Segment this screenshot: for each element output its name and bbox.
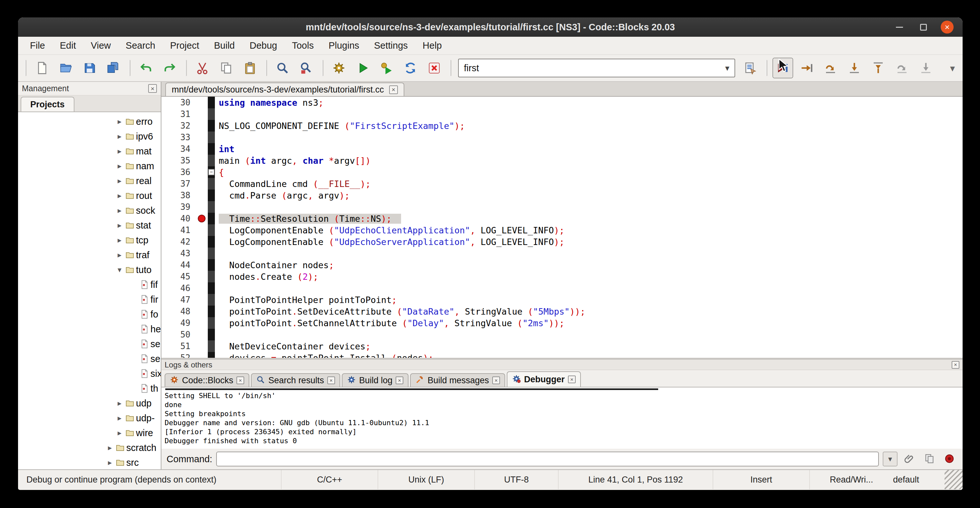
chevron-right-icon[interactable]: ▸ (115, 399, 124, 408)
save-all-button[interactable] (103, 58, 124, 78)
tab-projects[interactable]: Projects (21, 97, 75, 111)
chevron-right-icon[interactable]: ▸ (105, 458, 115, 467)
tree-item-se[interactable]: se (18, 336, 161, 351)
tree-item-fir[interactable]: fir (18, 292, 161, 307)
code-line[interactable]: 33 (161, 132, 963, 143)
debug-continue-button[interactable] (773, 58, 793, 78)
breakpoint-margin[interactable] (196, 155, 208, 166)
menu-item-tools[interactable]: Tools (285, 37, 321, 54)
code-text[interactable]: LogComponentEnable ("UdpEchoClientApplic… (215, 225, 963, 235)
breakpoint-margin[interactable] (196, 178, 208, 190)
chevron-right-icon[interactable]: ▸ (115, 236, 124, 245)
build-target-button[interactable] (740, 58, 760, 78)
chevron-right-icon[interactable]: ▸ (115, 176, 124, 185)
stop-button[interactable] (941, 451, 958, 467)
code-line[interactable]: 49 pointToPoint.SetChannelAttribute ("De… (161, 317, 963, 329)
breakpoint-margin[interactable] (196, 201, 208, 213)
close-icon[interactable]: × (389, 85, 398, 94)
chevron-right-icon[interactable]: ▸ (115, 132, 124, 141)
code-line[interactable]: 31 (161, 108, 963, 120)
breakpoint-margin[interactable] (196, 282, 208, 294)
tree-item-udp[interactable]: ▸udp (18, 396, 161, 411)
code-text[interactable]: { (215, 167, 963, 177)
tree-item-scratch[interactable]: ▸scratch (18, 440, 161, 455)
tree-item-he[interactable]: he (18, 322, 161, 336)
tree-item-tcp[interactable]: ▸tcp (18, 233, 161, 248)
maximize-button[interactable] (917, 21, 930, 33)
breakpoint-margin[interactable] (196, 97, 208, 108)
tree-item-tuto[interactable]: ▾tuto (18, 263, 161, 277)
code-text[interactable]: main (int argc, char *argv[]) (215, 156, 963, 166)
code-line[interactable]: 52 devices = pointToPoint.Install (nodes… (161, 352, 963, 358)
tree-item-udp[interactable]: ▸udp- (18, 411, 161, 425)
code-text[interactable]: CommandLine cmd (__FILE__); (215, 179, 963, 189)
command-history-dropdown[interactable]: ▾ (883, 452, 897, 467)
breakpoint-margin[interactable] (196, 317, 208, 329)
tree-item-sock[interactable]: ▸sock (18, 203, 161, 218)
find-button[interactable] (272, 58, 293, 78)
build-and-run-button[interactable] (376, 58, 397, 78)
log-tab-code-blocks[interactable]: Code::Blocks× (165, 373, 249, 387)
code-line[interactable]: 42 LogComponentEnable ("UdpEchoServerApp… (161, 236, 963, 248)
code-line[interactable]: 43 (161, 248, 963, 259)
chevron-right-icon[interactable]: ▸ (115, 221, 124, 230)
menu-item-plugins[interactable]: Plugins (321, 37, 367, 54)
breakpoint-margin[interactable] (196, 306, 208, 317)
breakpoint-margin[interactable] (196, 190, 208, 201)
code-line[interactable]: 40 Time::SetResolution (Time::NS); (161, 213, 963, 225)
code-line[interactable]: 45 nodes.Create (2); (161, 271, 963, 282)
chevron-right-icon[interactable]: ▸ (115, 161, 124, 170)
project-tree[interactable]: ▸erro▸ipv6▸mat▸nam▸real▸rout▸sock▸stat▸t… (18, 112, 161, 469)
chevron-down-icon[interactable]: ▾ (725, 63, 729, 73)
tree-item-src[interactable]: ▸src (18, 455, 161, 469)
resize-grip[interactable] (945, 470, 963, 489)
code-text[interactable]: pointToPoint.SetDeviceAttribute ("DataRa… (215, 307, 963, 317)
close-icon[interactable]: × (492, 376, 500, 384)
close-icon[interactable]: × (396, 376, 403, 384)
copy-output-button[interactable] (921, 451, 937, 467)
close-icon[interactable]: × (951, 361, 959, 369)
abort-build-button[interactable] (424, 58, 445, 78)
rebuild-button[interactable] (400, 58, 421, 78)
menu-item-search[interactable]: Search (118, 37, 163, 54)
attach-button[interactable] (901, 451, 918, 467)
run-button[interactable] (352, 58, 373, 78)
cut-button[interactable] (192, 58, 213, 78)
code-line[interactable]: 34int (161, 143, 963, 155)
code-line[interactable]: 37 CommandLine cmd (__FILE__); (161, 178, 963, 190)
close-button[interactable]: × (941, 21, 954, 33)
breakpoint-margin[interactable] (196, 236, 208, 248)
step-out-button[interactable] (868, 58, 889, 78)
breakpoint-margin[interactable] (196, 225, 208, 236)
breakpoint-margin[interactable] (196, 166, 208, 178)
chevron-right-icon[interactable]: ▸ (115, 414, 124, 423)
code-text[interactable]: NetDeviceContainer devices; (215, 341, 963, 351)
chevron-right-icon[interactable]: ▸ (105, 443, 115, 452)
new-file-button[interactable] (32, 58, 52, 78)
next-line-button[interactable] (820, 58, 841, 78)
copy-button[interactable] (216, 58, 237, 78)
chevron-right-icon[interactable]: ▸ (115, 191, 124, 200)
paste-button[interactable] (240, 58, 260, 78)
breakpoint-margin[interactable] (196, 120, 208, 132)
code-editor[interactable]: 30using namespace ns3;3132NS_LOG_COMPONE… (161, 97, 963, 358)
code-text[interactable]: cmd.Parse (argc, argv); (215, 191, 963, 201)
breakpoint-margin[interactable] (196, 143, 208, 155)
code-line[interactable]: 35main (int argc, char *argv[]) (161, 155, 963, 166)
code-line[interactable]: 50 (161, 329, 963, 341)
code-line[interactable]: 46 (161, 282, 963, 294)
tree-item-fif[interactable]: fif (18, 277, 161, 292)
tree-item-wire[interactable]: ▸wire (18, 425, 161, 440)
debugger-log-output[interactable]: Setting SHELL to '/bin/sh'doneSetting br… (161, 387, 963, 449)
code-text[interactable]: using namespace ns3; (215, 98, 963, 108)
chevron-right-icon[interactable]: ▸ (115, 147, 124, 156)
chevron-right-icon[interactable]: ▸ (115, 117, 124, 126)
menu-item-debug[interactable]: Debug (242, 37, 285, 54)
replace-button[interactable] (296, 58, 317, 78)
code-line[interactable]: 44 NodeContainer nodes; (161, 259, 963, 271)
menu-item-settings[interactable]: Settings (367, 37, 415, 54)
editor-tab-first-cc[interactable]: mnt/dev/tools/source/ns-3-dev/examples/t… (165, 83, 404, 96)
open-file-button[interactable] (56, 58, 76, 78)
close-icon[interactable]: × (327, 376, 335, 384)
chevron-right-icon[interactable]: ▸ (115, 206, 124, 215)
